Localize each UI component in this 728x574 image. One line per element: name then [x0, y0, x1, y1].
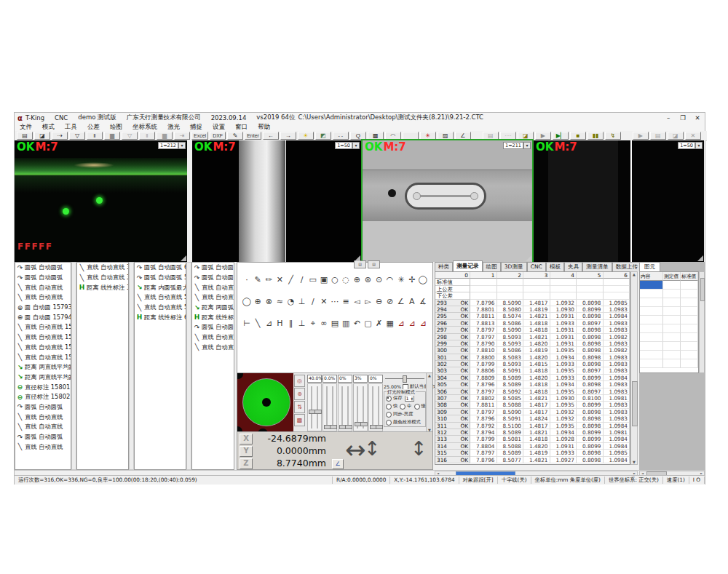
cell[interactable]: 0.8098 — [577, 450, 604, 456]
cell[interactable]: 8.5093 — [497, 334, 524, 340]
cell[interactable]: 1.4817 — [523, 402, 550, 408]
measure-tool-icon[interactable]: ◯ — [242, 297, 252, 306]
camera-scale-dropdown[interactable]: ▾ — [352, 142, 360, 149]
elements-row[interactable] — [640, 290, 698, 298]
cell[interactable]: 0.8098 — [577, 327, 604, 333]
measure-tool-icon[interactable]: ≡ — [341, 297, 351, 306]
pillar-2-button[interactable]: ‖ — [139, 132, 155, 140]
menu-item-5[interactable]: 绘图 — [110, 123, 122, 132]
ring-mode-button-1[interactable]: ◎ — [294, 375, 305, 387]
measure-tool-icon[interactable]: ‖ — [286, 319, 296, 328]
table-row[interactable]: 312OK7.87948.50891.48211.09340.80991.098… — [435, 429, 630, 436]
cell[interactable]: 1.4815 — [523, 361, 550, 367]
table-row[interactable]: 313OK7.87998.50811.48181.09280.80991.098… — [435, 436, 630, 442]
cell[interactable]: 1.0933 — [550, 450, 577, 456]
camera-view-3-selected[interactable]: OKM:7 1=211 ▾ — [363, 140, 532, 262]
menu-item-9[interactable]: 设置 — [213, 123, 225, 132]
elements-row[interactable] — [640, 324, 698, 333]
cell[interactable] — [681, 324, 698, 333]
cell[interactable]: 1.0934 — [550, 354, 577, 361]
table-row[interactable]: 310OK7.87968.50911.48241.09320.80981.098… — [435, 415, 630, 422]
cell[interactable] — [640, 290, 663, 298]
enter-key-button[interactable]: Enter — [245, 132, 261, 140]
measure-tool-icon[interactable]: ∕ — [308, 297, 318, 306]
feature-tree-4[interactable]: ↷圆弧 自动圆弧 55↷圆弧 自动圆弧 55╲直线 自动直线 55╲直线 自动直… — [191, 262, 234, 470]
open-file-button[interactable]: ◪ — [34, 132, 50, 140]
table-row[interactable]: 309OK7.87978.50901.48171.09320.80981.098… — [435, 409, 630, 415]
table-row[interactable]: 314OK7.88048.50881.48201.09310.80991.098… — [435, 443, 630, 450]
image-view-button[interactable]: ◩ — [315, 132, 331, 140]
table-row[interactable]: 311OK7.87928.51001.48171.09350.80981.098… — [435, 423, 630, 429]
cell[interactable]: 1.0932 — [550, 409, 577, 415]
cell[interactable]: 7.8799 — [470, 436, 497, 442]
cell[interactable] — [497, 279, 524, 285]
cell[interactable]: 1.0927 — [550, 457, 577, 463]
measure-tool-icon[interactable]: ▦ — [385, 319, 395, 328]
tree-item[interactable]: ↷圆弧 自动圆弧 55 — [192, 322, 234, 332]
channel-slider[interactable] — [353, 383, 368, 431]
tree-item[interactable]: ╲直线 自动直线 55 — [192, 292, 234, 303]
cell[interactable]: 1.0931 — [550, 334, 577, 340]
measure-tool-icon[interactable]: ⊥ — [297, 297, 307, 306]
xy-jog-arrows[interactable]: ↔ ↕ — [345, 432, 403, 470]
tab-种类[interactable]: 种类 — [435, 262, 453, 271]
channel-slider[interactable] — [368, 383, 383, 431]
cell[interactable]: 1.4821 — [523, 313, 550, 319]
cell[interactable]: 1.0934 — [550, 429, 577, 436]
cell[interactable] — [604, 286, 630, 292]
tree-item[interactable]: ╲直线 自动直线 — [15, 292, 71, 303]
cut-button[interactable]: ✕ — [685, 132, 701, 140]
tree-item[interactable]: ↷圆弧 自动圆弧 — [15, 273, 71, 283]
cell[interactable]: 7.8797 — [470, 450, 497, 456]
measure-tool-icon[interactable]: ⊥ — [297, 319, 307, 328]
cell[interactable]: 8.5091 — [497, 367, 524, 374]
open-3-button[interactable]: ◪ — [668, 132, 684, 140]
cell[interactable] — [663, 298, 681, 307]
tab-elements[interactable]: 图元 — [639, 262, 660, 271]
cell[interactable]: 8.5086 — [497, 320, 524, 327]
y-axis-icon[interactable]: Y — [240, 446, 253, 457]
cell[interactable]: 1.0933 — [550, 361, 577, 367]
cell[interactable]: 8.5074 — [497, 313, 524, 319]
stage-move-2-button[interactable]: ⇥ — [174, 132, 190, 140]
measure-tool-icon[interactable]: ○ — [330, 275, 340, 284]
tree-item[interactable]: ↘距离 两直线平均距 — [15, 362, 71, 372]
cell[interactable]: 1.0981 — [604, 429, 630, 436]
table-row[interactable]: 上公差 — [435, 286, 630, 292]
cell[interactable] — [640, 359, 663, 368]
tree-item[interactable]: ╲直线 自动直线 55 — [135, 292, 186, 303]
cell[interactable]: 7.8796 — [470, 457, 497, 463]
cell[interactable]: 8.5077 — [497, 457, 524, 463]
tree-item[interactable]: ╲直线 自动直线 15 — [15, 343, 71, 353]
cell[interactable]: 1.0984 — [604, 375, 630, 381]
probe-down-2-button[interactable]: ▽ — [122, 132, 138, 140]
feature-tree-2[interactable]: ╲直线 自动直线 32╲直线 自动直线 33H距离 线性标注 34 — [76, 262, 129, 470]
cell[interactable]: 1.4817 — [523, 423, 550, 429]
stop-button[interactable]: ■ — [570, 132, 586, 140]
measure-tool-icon[interactable]: ⊿ — [407, 319, 417, 328]
menu-item-2[interactable]: 模式 — [42, 123, 55, 132]
cell[interactable] — [663, 316, 681, 324]
ring-light-indicator[interactable] — [237, 373, 293, 432]
cell[interactable]: 1.4817 — [523, 409, 550, 415]
cell[interactable]: 7.8792 — [470, 423, 497, 429]
measure-tool-icon[interactable]: ◌ — [341, 275, 351, 284]
dashes-button[interactable]: - - — [333, 132, 349, 140]
block-2-button[interactable]: ▆ — [157, 132, 173, 140]
cell[interactable] — [550, 292, 577, 299]
cell[interactable]: 7.8799 — [470, 361, 497, 367]
cell[interactable]: 1.0935 — [550, 402, 577, 408]
elements-row[interactable] — [640, 333, 698, 342]
sync-brightness-radio[interactable] — [386, 412, 392, 418]
cell[interactable] — [663, 351, 681, 359]
table-row[interactable]: 303OK7.88068.50911.48181.09350.80971.098… — [435, 367, 630, 374]
save-slot-combo[interactable]: 1▾ — [405, 395, 415, 402]
elements-row[interactable] — [640, 316, 698, 324]
measure-tool-icon[interactable]: ∠ — [396, 297, 406, 306]
stage-move-button[interactable]: ⇢ — [52, 132, 68, 140]
cell[interactable]: 1.0935 — [550, 388, 577, 395]
cell[interactable] — [663, 333, 681, 342]
tab-测量清单[interactable]: 测量清单 — [582, 262, 612, 271]
cell[interactable] — [681, 351, 698, 359]
cell[interactable]: 0.8098 — [577, 423, 604, 429]
